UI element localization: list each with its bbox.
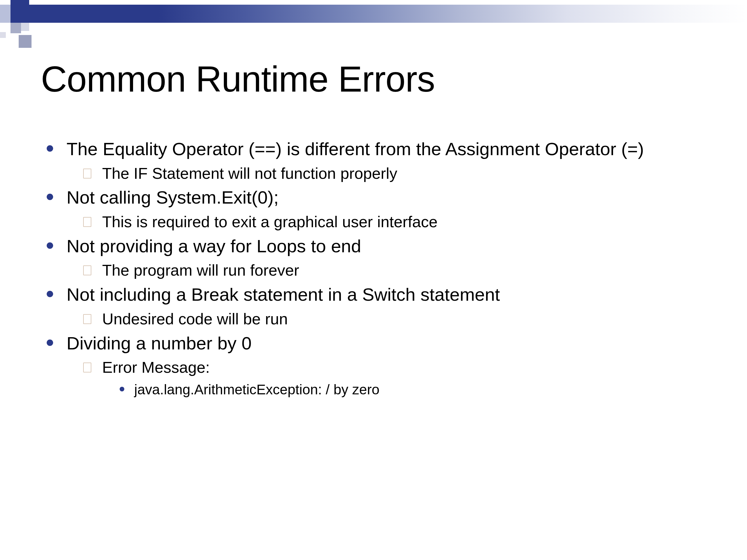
slide-title: Common Runtime Errors (41, 58, 706, 100)
bullet-text: java.lang.ArithmeticException: / by zero (134, 382, 379, 397)
bullet-level2: The IF Statement will not function prope… (41, 163, 706, 184)
decor-square (29, 5, 40, 23)
bullet-level1: Not providing a way for Loops to end (41, 235, 706, 258)
header-gradient-bar (29, 5, 747, 23)
slide-header (0, 0, 747, 32)
bullet-level2: Undesired code will be run (41, 308, 706, 329)
bullet-text: The IF Statement will not function prope… (102, 164, 397, 182)
bullet-text: Undesired code will be run (102, 310, 288, 327)
bullet-level2: The program will run forever (41, 260, 706, 281)
bullet-level1: The Equality Operator (==) is different … (41, 138, 706, 160)
bullet-level3: java.lang.ArithmeticException: / by zero (41, 380, 706, 399)
bullet-level1: Dividing a number by 0 (41, 332, 706, 355)
decor-square (10, 0, 29, 23)
bullet-level2: Error Message: (41, 357, 706, 378)
slide-content: Common Runtime Errors The Equality Opera… (41, 58, 706, 402)
bullet-level2: This is required to exit a graphical use… (41, 211, 706, 233)
bullet-text: Dividing a number by 0 (67, 333, 252, 353)
decor-square (0, 5, 10, 23)
decor-square (21, 23, 29, 31)
decor-square (0, 32, 6, 38)
bullet-text: The Equality Operator (==) is different … (67, 139, 644, 159)
bullet-text: This is required to exit a graphical use… (102, 213, 438, 231)
decor-square (10, 23, 21, 33)
bullet-list: The Equality Operator (==) is different … (41, 138, 706, 399)
bullet-text: Not calling System.Exit(0); (67, 187, 279, 207)
bullet-text: Error Message: (102, 358, 210, 376)
bullet-text: Not including a Break statement in a Swi… (67, 284, 500, 304)
bullet-text: The program will run forever (102, 261, 299, 279)
header-corner-decoration (0, 0, 61, 53)
bullet-level1: Not including a Break statement in a Swi… (41, 283, 706, 306)
bullet-level1: Not calling System.Exit(0); (41, 186, 706, 209)
decor-square (19, 35, 31, 48)
bullet-text: Not providing a way for Loops to end (67, 236, 361, 256)
